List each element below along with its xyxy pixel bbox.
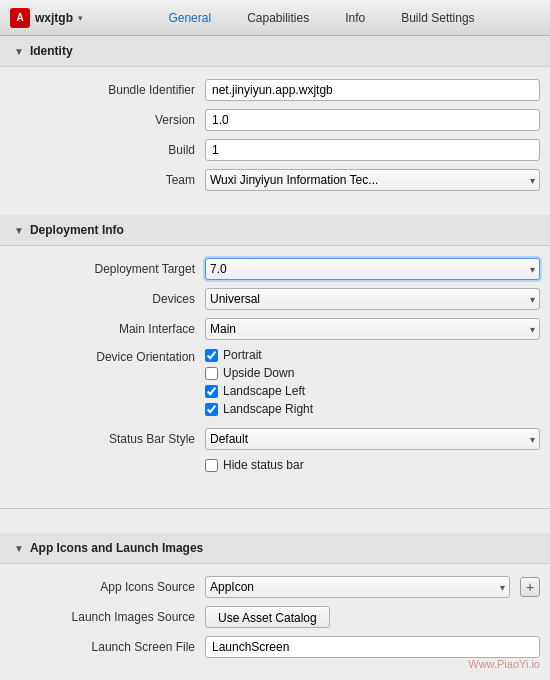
device-orientation-label: Device Orientation xyxy=(10,348,205,364)
deployment-info-triangle[interactable]: ▼ xyxy=(14,225,24,236)
bundle-identifier-control xyxy=(205,79,540,101)
team-control: Wuxi Jinyiyun Information Tec... xyxy=(205,169,540,191)
section-divider-1 xyxy=(0,508,550,509)
landscape-left-label: Landscape Left xyxy=(223,384,305,398)
deployment-info-form: Deployment Target 7.0 8.0 9.0 Devices Un… xyxy=(0,246,550,500)
deployment-info-label: Deployment Info xyxy=(30,223,124,237)
landscape-right-checkbox[interactable] xyxy=(205,403,218,416)
upside-down-row: Upside Down xyxy=(205,366,540,380)
launch-screen-file-control xyxy=(205,636,540,658)
device-orientation-row: Device Orientation Portrait Upside Down … xyxy=(0,348,550,420)
device-orientation-control: Portrait Upside Down Landscape Left Land… xyxy=(205,348,540,420)
app-icons-source-label: App Icons Source xyxy=(10,580,205,594)
hide-status-bar-row: Hide status bar xyxy=(0,458,550,476)
launch-images-source-control: Use Asset Catalog xyxy=(205,606,540,628)
version-label: Version xyxy=(10,113,205,127)
app-dropdown-arrow[interactable]: ▾ xyxy=(78,13,83,23)
version-control xyxy=(205,109,540,131)
launch-images-source-label: Launch Images Source xyxy=(10,610,205,624)
version-input[interactable] xyxy=(205,109,540,131)
team-row: Team Wuxi Jinyiyun Information Tec... xyxy=(0,169,550,191)
devices-control: Universal iPhone iPad xyxy=(205,288,540,310)
identity-form: Bundle Identifier Version Build Team xyxy=(0,67,550,215)
landscape-left-checkbox[interactable] xyxy=(205,385,218,398)
deployment-target-label: Deployment Target xyxy=(10,262,205,276)
main-interface-select[interactable]: Main xyxy=(205,318,540,340)
portrait-checkbox[interactable] xyxy=(205,349,218,362)
bundle-identifier-input[interactable] xyxy=(205,79,540,101)
upside-down-checkbox[interactable] xyxy=(205,367,218,380)
landscape-left-row: Landscape Left xyxy=(205,384,540,398)
portrait-label: Portrait xyxy=(223,348,262,362)
top-bar: A wxjtgb ▾ General Capabilities Info Bui… xyxy=(0,0,550,36)
identity-section-header: ▼ Identity xyxy=(0,36,550,67)
devices-row: Devices Universal iPhone iPad xyxy=(0,288,550,310)
tab-build-settings[interactable]: Build Settings xyxy=(383,7,492,29)
hide-status-bar-checkbox-row: Hide status bar xyxy=(205,458,540,472)
team-select[interactable]: Wuxi Jinyiyun Information Tec... xyxy=(205,169,540,191)
spacer-1 xyxy=(0,517,550,533)
deployment-target-select[interactable]: 7.0 8.0 9.0 xyxy=(205,258,540,280)
devices-select[interactable]: Universal iPhone iPad xyxy=(205,288,540,310)
upside-down-label: Upside Down xyxy=(223,366,294,380)
deployment-target-control: 7.0 8.0 9.0 xyxy=(205,258,540,280)
portrait-row: Portrait xyxy=(205,348,540,362)
app-icons-source-select[interactable]: AppIcon xyxy=(205,576,510,598)
status-bar-style-label: Status Bar Style xyxy=(10,432,205,446)
tab-info[interactable]: Info xyxy=(327,7,383,29)
launch-images-source-row: Launch Images Source Use Asset Catalog xyxy=(0,606,550,628)
status-bar-style-control: Default Light Content xyxy=(205,428,540,450)
content-area: ▼ Identity Bundle Identifier Version Bui… xyxy=(0,36,550,680)
landscape-right-label: Landscape Right xyxy=(223,402,313,416)
app-icons-triangle[interactable]: ▼ xyxy=(14,543,24,554)
tab-general[interactable]: General xyxy=(150,7,229,29)
deployment-target-row: Deployment Target 7.0 8.0 9.0 xyxy=(0,258,550,280)
tab-bar: General Capabilities Info Build Settings xyxy=(103,7,540,29)
hide-status-bar-label: Hide status bar xyxy=(223,458,304,472)
tab-capabilities[interactable]: Capabilities xyxy=(229,7,327,29)
build-control xyxy=(205,139,540,161)
app-icons-section-header: ▼ App Icons and Launch Images xyxy=(0,533,550,564)
build-row: Build xyxy=(0,139,550,161)
devices-label: Devices xyxy=(10,292,205,306)
add-app-icon-button[interactable]: + xyxy=(520,577,540,597)
app-name: wxjtgb xyxy=(35,11,73,25)
hide-status-bar-checkbox[interactable] xyxy=(205,459,218,472)
app-icons-form: App Icons Source AppIcon + Launch Images… xyxy=(0,564,550,680)
build-label: Build xyxy=(10,143,205,157)
main-interface-control: Main xyxy=(205,318,540,340)
main-interface-label: Main Interface xyxy=(10,322,205,336)
build-input[interactable] xyxy=(205,139,540,161)
app-icons-source-control: AppIcon + xyxy=(205,576,540,598)
deployment-info-section-header: ▼ Deployment Info xyxy=(0,215,550,246)
status-bar-style-select[interactable]: Default Light Content xyxy=(205,428,540,450)
launch-screen-file-row: Launch Screen File xyxy=(0,636,550,658)
status-bar-style-row: Status Bar Style Default Light Content xyxy=(0,428,550,450)
app-icons-source-row: App Icons Source AppIcon + xyxy=(0,576,550,598)
bundle-identifier-row: Bundle Identifier xyxy=(0,79,550,101)
app-icon: A xyxy=(10,8,30,28)
bundle-identifier-label: Bundle Identifier xyxy=(10,83,205,97)
identity-label: Identity xyxy=(30,44,73,58)
launch-screen-file-input[interactable] xyxy=(205,636,540,658)
landscape-right-row: Landscape Right xyxy=(205,402,540,416)
launch-screen-file-label: Launch Screen File xyxy=(10,640,205,654)
use-asset-catalog-button[interactable]: Use Asset Catalog xyxy=(205,606,330,628)
app-icons-label: App Icons and Launch Images xyxy=(30,541,203,555)
team-label: Team xyxy=(10,173,205,187)
identity-triangle[interactable]: ▼ xyxy=(14,46,24,57)
hide-status-bar-control: Hide status bar xyxy=(205,458,540,476)
main-interface-row: Main Interface Main xyxy=(0,318,550,340)
version-row: Version xyxy=(0,109,550,131)
